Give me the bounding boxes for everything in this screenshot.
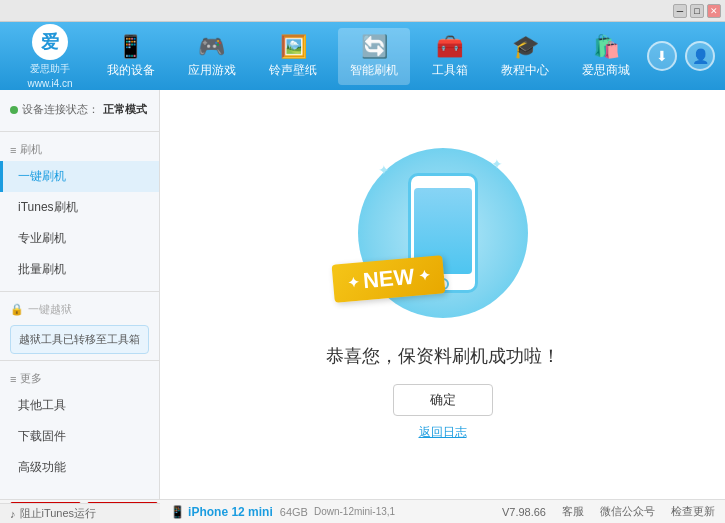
flash-group-icon: ≡: [10, 144, 16, 156]
nav-smart-flash-label: 智能刷机: [350, 62, 398, 79]
sparkle-1: ✦: [378, 162, 390, 178]
nav-appstore-label: 爱思商城: [582, 62, 630, 79]
minimize-btn[interactable]: ─: [673, 4, 687, 18]
logo-line2: www.i4.cn: [27, 78, 72, 89]
logo-icon: 爱: [32, 24, 68, 60]
sidebar-group-more: ≡ 更多: [0, 367, 159, 390]
device-info: 📱 iPhone 12 mini 64GB: [170, 505, 308, 519]
nav-tutorial[interactable]: 🎓 教程中心: [489, 28, 561, 85]
nav-ringtone-icon: 🖼️: [280, 34, 307, 60]
user-button[interactable]: 👤: [685, 41, 715, 71]
logo-line1: 爱思助手: [30, 62, 70, 76]
device-name: iPhone 12 mini: [188, 505, 273, 519]
download-firmware-label: 下载固件: [18, 428, 66, 445]
confirm-button[interactable]: 确定: [393, 384, 493, 416]
other-tools-label: 其他工具: [18, 397, 66, 414]
advanced-label: 高级功能: [18, 459, 66, 476]
nav-apps-games[interactable]: 🎮 应用游戏: [176, 28, 248, 85]
jailbreak-notice: 越狱工具已转移至工具箱: [10, 325, 149, 354]
title-bar: ─ □ ✕: [0, 0, 725, 22]
status-indicator: [10, 106, 18, 114]
device-icon: 📱: [170, 505, 185, 519]
nav-ringtone[interactable]: 🖼️ 铃声壁纸: [257, 28, 329, 85]
more-group-icon: ≡: [10, 373, 16, 385]
nav-appstore[interactable]: 🛍️ 爱思商城: [570, 28, 642, 85]
version-label: V7.98.66: [502, 506, 546, 518]
sidebar: 设备连接状态： 正常模式 ≡ 刷机 一键刷机 iTunes刷机 专业刷机 批量刷…: [0, 90, 160, 499]
nav-toolbox[interactable]: 🧰 工具箱: [420, 28, 480, 85]
itunes-icon: ♪: [10, 508, 16, 520]
sidebar-item-one-key-flash[interactable]: 一键刷机: [0, 161, 159, 192]
sparkle-2: ✦: [491, 156, 503, 172]
pro-flash-label: 专业刷机: [18, 230, 66, 247]
logo-area: 爱 爱思助手 www.i4.cn: [10, 24, 90, 89]
customer-service-link[interactable]: 客服: [562, 504, 584, 519]
header-actions: ⬇ 👤: [647, 41, 715, 71]
sidebar-group-flash: ≡ 刷机: [0, 138, 159, 161]
connection-status: 设备连接状态： 正常模式: [0, 98, 159, 125]
nav-smart-flash-icon: 🔄: [361, 34, 388, 60]
divider-2: [0, 291, 159, 292]
success-message: 恭喜您，保资料刷机成功啦！: [326, 344, 560, 368]
nav-bar: 📱 我的设备 🎮 应用游戏 🖼️ 铃声壁纸 🔄 智能刷机 🧰 工具箱 🎓 教程中…: [90, 28, 647, 85]
status-value: 正常模式: [103, 102, 147, 117]
download-button[interactable]: ⬇: [647, 41, 677, 71]
nav-ringtone-label: 铃声壁纸: [269, 62, 317, 79]
one-key-flash-label: 一键刷机: [18, 168, 66, 185]
nav-smart-flash[interactable]: 🔄 智能刷机: [338, 28, 410, 85]
nav-my-device-icon: 📱: [117, 34, 144, 60]
more-group-label: 更多: [20, 371, 42, 386]
nav-toolbox-icon: 🧰: [436, 34, 463, 60]
nav-toolbox-label: 工具箱: [432, 62, 468, 79]
divider-1: [0, 131, 159, 132]
itunes-status-text: 阻止iTunes运行: [20, 506, 97, 521]
itunes-flash-label: iTunes刷机: [18, 199, 78, 216]
content-area: ✦ ✦ ✦ ✦ NEW ✦ 恭喜您，保资料刷机成功啦！ 确定 返回日: [160, 90, 725, 499]
sidebar-item-download-firmware[interactable]: 下载固件: [0, 421, 159, 452]
lock-icon: 🔒: [10, 303, 24, 316]
device-storage: 64GB: [280, 506, 308, 518]
phone-illustration: ✦ ✦ ✦ ✦ NEW ✦: [343, 148, 543, 328]
close-btn[interactable]: ✕: [707, 4, 721, 18]
nav-apps-icon: 🎮: [198, 34, 225, 60]
nav-tutorial-label: 教程中心: [501, 62, 549, 79]
batch-flash-label: 批量刷机: [18, 261, 66, 278]
return-link[interactable]: 返回日志: [419, 424, 467, 441]
sidebar-item-other-tools[interactable]: 其他工具: [0, 390, 159, 421]
nav-apps-label: 应用游戏: [188, 62, 236, 79]
badge-star-right: ✦: [417, 267, 430, 284]
jailbreak-label: 一键越狱: [28, 302, 72, 317]
sidebar-item-advanced[interactable]: 高级功能: [0, 452, 159, 483]
device-model: Down-12mini-13,1: [314, 506, 395, 517]
confirm-button-label: 确定: [430, 391, 456, 409]
header: 爱 爱思助手 www.i4.cn 📱 我的设备 🎮 应用游戏 🖼️ 铃声壁纸 🔄…: [0, 22, 725, 90]
nav-tutorial-icon: 🎓: [512, 34, 539, 60]
nav-appstore-icon: 🛍️: [593, 34, 620, 60]
flash-group-label: 刷机: [20, 142, 42, 157]
bottom-right: V7.98.66 客服 微信公众号 检查更新: [502, 504, 715, 519]
sidebar-item-pro-flash[interactable]: 专业刷机: [0, 223, 159, 254]
sidebar-item-itunes-flash[interactable]: iTunes刷机: [0, 192, 159, 223]
sidebar-group-jailbreak: 🔒 一键越狱: [0, 298, 159, 321]
maximize-btn[interactable]: □: [690, 4, 704, 18]
nav-my-device[interactable]: 📱 我的设备: [95, 28, 167, 85]
badge-text: NEW: [361, 264, 414, 294]
badge-star-left: ✦: [346, 274, 359, 291]
sidebar-item-batch-flash[interactable]: 批量刷机: [0, 254, 159, 285]
divider-3: [0, 360, 159, 361]
itunes-status-bar: ♪ 阻止iTunes运行: [0, 503, 160, 523]
main-layout: 设备连接状态： 正常模式 ≡ 刷机 一键刷机 iTunes刷机 专业刷机 批量刷…: [0, 90, 725, 499]
wechat-official-link[interactable]: 微信公众号: [600, 504, 655, 519]
jailbreak-notice-text: 越狱工具已转移至工具箱: [19, 333, 140, 345]
status-prefix: 设备连接状态：: [22, 102, 99, 117]
nav-my-device-label: 我的设备: [107, 62, 155, 79]
check-update-link[interactable]: 检查更新: [671, 504, 715, 519]
